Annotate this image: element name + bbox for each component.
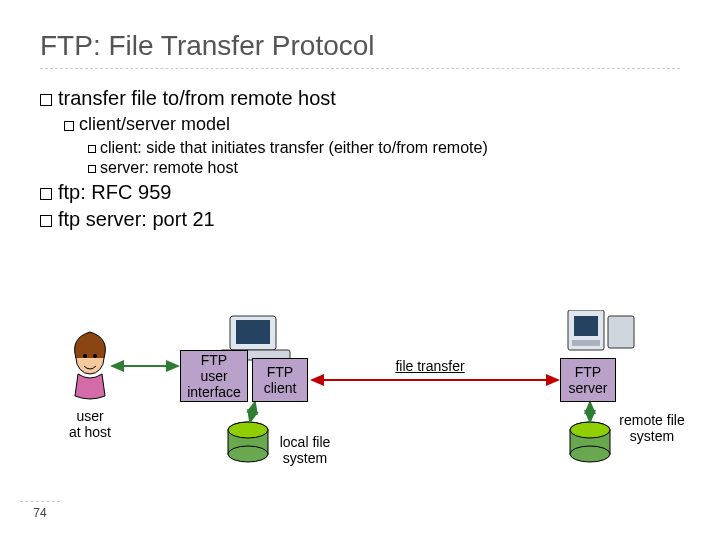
bullet-text: ftp server: port 21 (58, 208, 215, 230)
svg-rect-9 (572, 340, 600, 346)
user-at-host-label: user at host (55, 408, 125, 440)
bullet-l3-client: client: side that initiates transfer (ei… (88, 139, 680, 157)
ftp-diagram: FTP user interface FTP client FTP server… (60, 310, 670, 480)
user-icon (75, 332, 106, 399)
bullet-marker-icon (88, 145, 96, 153)
ftp-ui-box: FTP user interface (180, 350, 248, 402)
bullet-l3-server: server: remote host (88, 159, 680, 177)
bullet-l1-port: ftp server: port 21 (40, 208, 680, 231)
bullet-list: transfer file to/from remote host client… (40, 87, 680, 231)
svg-rect-8 (574, 316, 598, 336)
bullet-l2-model: client/server model (64, 114, 680, 135)
bullet-marker-icon (88, 165, 96, 173)
svg-point-1 (83, 354, 87, 358)
ftp-server-box: FTP server (560, 358, 616, 402)
slide-title: FTP: File Transfer Protocol (40, 30, 680, 69)
remote-fs-label: remote file system (612, 412, 692, 444)
server-computer-icon (568, 310, 634, 350)
file-transfer-label: file transfer (380, 358, 480, 374)
arrow-client-localfs (250, 402, 255, 422)
svg-point-17 (570, 422, 610, 438)
svg-point-12 (228, 446, 268, 462)
bullet-l1-transfer: transfer file to/from remote host (40, 87, 680, 110)
bullet-marker-icon (64, 121, 74, 131)
bullet-text: client/server model (79, 114, 230, 134)
bullet-l1-rfc: ftp: RFC 959 (40, 181, 680, 204)
svg-point-2 (93, 354, 97, 358)
bullet-marker-icon (40, 215, 52, 227)
bullet-marker-icon (40, 188, 52, 200)
svg-point-13 (228, 422, 268, 438)
remote-disk-icon (570, 422, 610, 462)
local-fs-label: local file system (270, 434, 340, 466)
bullet-text: transfer file to/from remote host (58, 87, 336, 109)
bullet-marker-icon (40, 94, 52, 106)
bullet-text: client: side that initiates transfer (ei… (100, 139, 488, 156)
svg-point-16 (570, 446, 610, 462)
local-disk-icon (228, 422, 268, 462)
bullet-text: server: remote host (100, 159, 238, 176)
page-number: 74 (20, 501, 60, 520)
ftp-client-box: FTP client (252, 358, 308, 402)
svg-rect-7 (608, 316, 634, 348)
bullet-text: ftp: RFC 959 (58, 181, 171, 203)
svg-rect-4 (236, 320, 270, 344)
